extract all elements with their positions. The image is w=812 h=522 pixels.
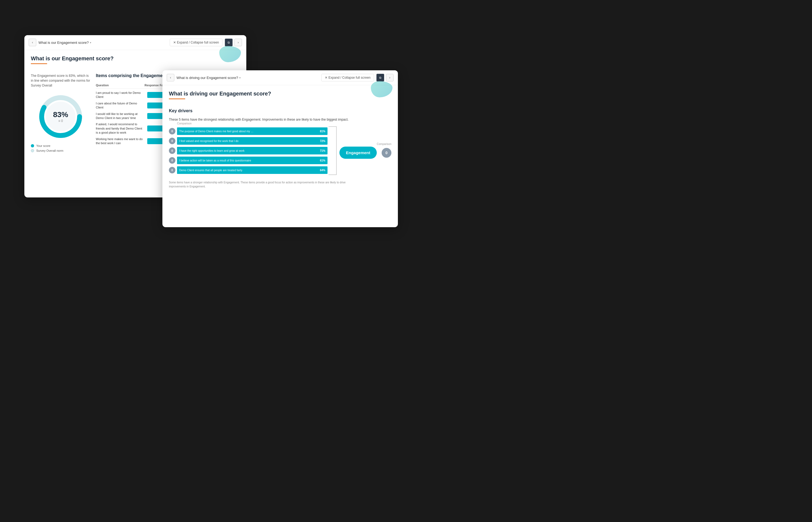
card2-nav: ‹ What is driving our Engagement score? … (162, 70, 398, 85)
driver-row-5: 0 Demo Client ensures that all people ar… (169, 166, 328, 174)
legend-dot-norm (31, 149, 34, 152)
card2-body: Key drivers These 5 items have the stron… (162, 108, 398, 194)
donut-percent: 83% (53, 111, 68, 119)
legend-item-norm: Survey Overall norm (31, 149, 91, 152)
driver-badge-1: 0 (169, 128, 175, 135)
card1-title: What is our Engagement score? (31, 56, 240, 62)
card1-nav: ‹ What is our Engagement score? ▾ ✕ Expa… (24, 35, 246, 50)
card1-title-underline (31, 63, 47, 64)
engagement-row: Engagement 0 (340, 146, 391, 159)
card2-prev-button[interactable]: ‹ (167, 74, 174, 81)
comparison-label-left: Comparison (177, 122, 192, 125)
driver-bar-text-1: The purpose of Demo Client makes me feel… (179, 130, 255, 133)
score-description: The Engagement score is 83%, which is in… (31, 73, 91, 88)
card2-nav-dropdown-icon[interactable]: ▾ (239, 76, 240, 79)
card2-header: What is driving our Engagement score? (162, 85, 398, 108)
driver-row-1: 0 The purpose of Demo Client makes me fe… (169, 127, 328, 135)
drivers-intro: These 5 items have the strongest relatio… (169, 117, 359, 122)
item-question-1: I am proud to say I work for Demo Client (96, 91, 144, 99)
driver-bar-text-5: Demo Client ensures that all people are … (179, 169, 242, 172)
engagement-drivers-card: ‹ What is driving our Engagement score? … (162, 70, 398, 227)
card2-nav-actions: ✕ Expand / Collapse full screen ⧉ (321, 74, 384, 82)
footer-note: Some items have a stronger relationship … (169, 180, 353, 188)
donut-center: 83% ≡ 0 (53, 111, 68, 123)
drivers-bars-section: 0 The purpose of Demo Client makes me fe… (169, 127, 328, 174)
item-question-4: If asked, I would recommend to friends a… (96, 122, 144, 135)
donut-zero: ≡ 0 (53, 119, 68, 123)
item-question-5: Working here makes me want to do the bes… (96, 137, 144, 145)
card2-nav-title: What is driving our Engagement score? ▾ (176, 76, 319, 80)
driver-bar-2: I feel valued and recognised for the wor… (177, 137, 328, 145)
legend-item-your-score: Your score (31, 144, 91, 147)
legend-label-your-score: Your score (36, 144, 50, 147)
donut-chart: 83% ≡ 0 (36, 92, 85, 141)
card1-header: What is our Engagement score? (24, 50, 246, 73)
driver-bar-4: I believe action will be taken as a resu… (177, 157, 328, 164)
engagement-bubble: Engagement (340, 146, 377, 159)
driver-row-2: 0 I feel valued and recognised for the w… (169, 137, 328, 145)
driver-bar-pct-3: 71% (320, 149, 325, 152)
comparison-label-right: Comparison (377, 143, 391, 145)
card1-nav-dropdown-icon[interactable]: ▾ (90, 41, 91, 44)
card2-copy-button[interactable]: ⧉ (376, 74, 384, 82)
card1-next-button[interactable]: › (234, 39, 242, 46)
driver-bar-1: The purpose of Demo Client makes me feel… (177, 127, 328, 135)
card2-next-button[interactable]: › (386, 74, 393, 81)
driver-badge-2: 0 (169, 138, 175, 144)
items-header-question: Question (96, 84, 144, 87)
card2-title: What is driving our Engagement score? (169, 91, 391, 97)
card1-expand-button[interactable]: ✕ Expand / Collapse full screen (170, 39, 223, 46)
card1-nav-actions: ✕ Expand / Collapse full screen ⧉ (170, 38, 233, 46)
driver-bar-pct-1: 81% (320, 130, 325, 133)
item-question-2: I care about the future of Demo Client (96, 101, 144, 110)
driver-badge-5: 0 (169, 167, 175, 173)
driver-badge-3: 0 (169, 147, 175, 154)
comparison-zero-bubble: 0 (382, 148, 391, 158)
driver-bar-pct-4: 61% (320, 159, 325, 162)
driver-bar-3: I have the right opportunities to learn … (177, 147, 328, 155)
card1-copy-button[interactable]: ⧉ (225, 38, 233, 46)
drivers-chart-area: Comparison 0 The purpose of Demo Client … (169, 126, 391, 175)
driver-bar-text-4: I believe action will be taken as a resu… (179, 159, 251, 162)
driver-bar-pct-2: 72% (320, 140, 325, 143)
driver-bar-text-3: I have the right opportunities to learn … (179, 149, 245, 152)
card2-expand-button[interactable]: ✕ Expand / Collapse full screen (321, 74, 374, 81)
score-section: The Engagement score is 83%, which is in… (31, 73, 91, 152)
driver-row-4: 0 I believe action will be taken as a re… (169, 156, 328, 164)
driver-row-3: 0 I have the right opportunities to lear… (169, 146, 328, 155)
card1-prev-button[interactable]: ‹ (29, 39, 36, 46)
engagement-bubble-section: Comparison Engagement 0 (340, 143, 391, 159)
key-drivers-title: Key drivers (169, 108, 391, 113)
driver-bar-5: Demo Client ensures that all people are … (177, 166, 328, 174)
score-legend: Your score Survey Overall norm (31, 144, 91, 152)
bracket-connector (329, 126, 337, 175)
driver-bar-text-2: I feel valued and recognised for the wor… (179, 140, 238, 143)
legend-label-norm: Survey Overall norm (36, 149, 63, 152)
item-question-3: I would still like to be working at Demo… (96, 112, 144, 120)
card1-nav-title: What is our Engagement score? ▾ (38, 41, 168, 45)
driver-bar-pct-5: 64% (320, 169, 325, 172)
driver-badge-4: 0 (169, 157, 175, 164)
legend-dot-your-score (31, 144, 34, 147)
card2-title-underline (169, 98, 185, 99)
